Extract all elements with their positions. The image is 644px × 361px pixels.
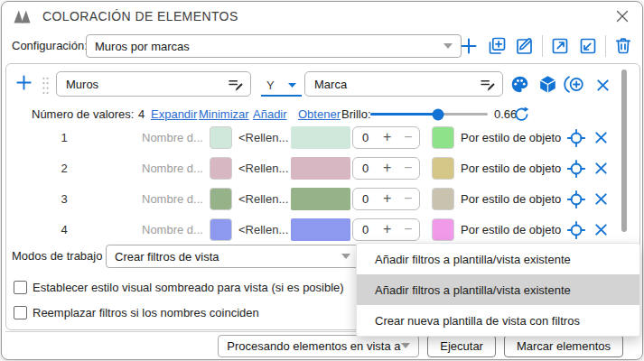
value-name-input[interactable]: Nombre d... [142, 187, 205, 212]
locate-elements-icon[interactable] [566, 128, 586, 148]
menu-item[interactable]: Crear nueva plantilla de vista con filtr… [357, 305, 639, 336]
object-style-label: Por estilo de objeto [461, 218, 562, 243]
coloring-dialog: COLORACIÓN DE ELEMENTOS Configuración: M… [1, 1, 643, 360]
work-mode-select[interactable]: Crear filtros de vista [106, 245, 359, 268]
cube-icon[interactable] [538, 75, 557, 94]
color-bar[interactable] [291, 126, 350, 149]
stepper-minus[interactable]: − [404, 189, 412, 208]
brightness-fill [370, 113, 438, 116]
menu-item[interactable]: Añadir filtros a plantilla/vista existen… [357, 244, 639, 274]
delete-configuration-icon[interactable] [612, 35, 634, 57]
edit-configuration-icon[interactable] [514, 35, 536, 57]
import-configuration-icon[interactable] [577, 35, 599, 57]
export-configuration-icon[interactable] [549, 35, 571, 57]
count-stepper[interactable]: 0 + − [352, 157, 420, 180]
fill-pattern-label[interactable]: <Rellen... [238, 125, 289, 151]
fill-color-swatch[interactable] [210, 157, 232, 180]
stepper-plus[interactable]: + [383, 189, 391, 208]
stepper-minus[interactable]: − [404, 127, 412, 146]
fill-pattern-label[interactable]: <Rellen... [238, 156, 289, 181]
category-input[interactable]: Muros [56, 71, 251, 97]
replace-filters-checkbox[interactable] [14, 306, 27, 319]
expand-link[interactable]: Expandir [151, 106, 197, 124]
remove-value-icon[interactable] [594, 223, 608, 236]
remove-value-icon[interactable] [594, 131, 608, 144]
value-name-input[interactable]: Nombre d... [142, 125, 205, 151]
select-elements-icon[interactable] [564, 75, 585, 94]
fill-pattern-label[interactable]: <Rellen... [238, 218, 289, 243]
minimize-link[interactable]: Minimizar [199, 106, 249, 124]
slider-track[interactable] [370, 113, 488, 116]
stepper-minus[interactable]: − [404, 219, 412, 238]
value-name-input[interactable]: Nombre d... [142, 156, 205, 181]
shaded-style-label: Establecer estilo visual sombreado para … [33, 281, 344, 295]
locate-elements-icon[interactable] [566, 220, 586, 240]
stepper-value: 0 [362, 219, 369, 240]
color-bar[interactable] [291, 157, 350, 180]
menu-item[interactable]: Añadir filtros a plantilla/vista existen… [357, 274, 639, 305]
brightness-label: Brillo: [341, 106, 371, 124]
shaded-style-checkbox[interactable] [14, 281, 27, 294]
value-index: 4 [53, 218, 75, 243]
color-bar[interactable] [291, 188, 350, 210]
reset-brightness-icon[interactable] [513, 106, 530, 123]
duplicate-configuration-icon[interactable] [486, 35, 508, 57]
parameter-value: Marca [314, 78, 347, 91]
drag-handle-icon[interactable] [42, 76, 50, 96]
brightness-thumb[interactable] [433, 109, 444, 121]
object-color-swatch[interactable] [432, 126, 454, 149]
processing-mode-select[interactable]: Procesando elementos en vista actual [218, 335, 419, 357]
value-name-input[interactable]: Nombre d... [142, 218, 205, 243]
value-row: 3 Nombre d... <Rellen... 0 + − Por estil… [6, 187, 639, 212]
close-icon[interactable] [614, 8, 630, 24]
list-edit-icon[interactable] [228, 77, 243, 92]
object-color-swatch[interactable] [432, 218, 454, 241]
mark-elements-button[interactable]: Marcar elementos [504, 335, 623, 357]
value-row: 1 Nombre d... <Rellen... 0 + − Por estil… [6, 125, 639, 151]
replace-filters-label: Reemplazar filtros si los nombres coinci… [33, 306, 259, 320]
palette-icon[interactable] [510, 75, 529, 94]
value-index: 3 [53, 187, 75, 212]
value-row: 2 Nombre d... <Rellen... 0 + − Por estil… [6, 156, 639, 181]
count-stepper[interactable]: 0 + − [352, 188, 420, 210]
toolbar-divider [542, 35, 543, 57]
get-values-link[interactable]: Obtener [298, 106, 341, 124]
fill-color-swatch[interactable] [210, 126, 232, 149]
locate-elements-icon[interactable] [566, 190, 586, 209]
add-configuration-icon[interactable] [458, 35, 480, 57]
remove-value-icon[interactable] [594, 162, 608, 175]
remove-value-icon[interactable] [594, 192, 608, 206]
fill-pattern-label[interactable]: <Rellen... [238, 187, 289, 212]
work-mode-value: Crear filtros de vista [115, 250, 219, 264]
work-mode-dropdown-menu: Añadir filtros a plantilla/vista existen… [356, 243, 640, 337]
values-count-label: Número de valores: [32, 107, 134, 121]
list-edit-icon[interactable] [480, 77, 495, 92]
count-stepper[interactable]: 0 + − [352, 218, 420, 241]
fill-color-swatch[interactable] [210, 188, 232, 210]
object-color-swatch[interactable] [432, 188, 454, 210]
stepper-minus[interactable]: − [404, 158, 412, 177]
screenshot-stage: COLORACIÓN DE ELEMENTOS Configuración: M… [0, 0, 644, 361]
value-row: 4 Nombre d... <Rellen... 0 + − Por estil… [6, 218, 639, 243]
value-index: 2 [53, 156, 75, 181]
title-bar: COLORACIÓN DE ELEMENTOS [2, 2, 642, 31]
fill-color-swatch[interactable] [210, 218, 232, 241]
execute-button[interactable]: Ejecutar [427, 335, 496, 357]
stepper-plus[interactable]: + [383, 219, 391, 239]
parameter-input[interactable]: Marca [304, 71, 503, 97]
processing-mode-value: Procesando elementos en vista actual [227, 339, 401, 353]
add-filter-icon[interactable] [14, 73, 33, 92]
chevron-down-icon [288, 83, 296, 88]
add-value-link[interactable]: Añadir [253, 106, 287, 124]
remove-filter-icon[interactable] [596, 79, 610, 92]
configuration-select[interactable]: Muros por marcas [86, 34, 462, 58]
stepper-plus[interactable]: + [383, 127, 391, 147]
color-bar[interactable] [291, 218, 350, 241]
stepper-plus[interactable]: + [383, 158, 391, 178]
count-stepper[interactable]: 0 + − [352, 126, 420, 149]
brightness-slider[interactable] [370, 106, 488, 124]
object-color-swatch[interactable] [432, 157, 454, 180]
operator-value: Y [266, 79, 275, 92]
operator-select[interactable]: Y [261, 75, 302, 97]
locate-elements-icon[interactable] [566, 159, 586, 179]
